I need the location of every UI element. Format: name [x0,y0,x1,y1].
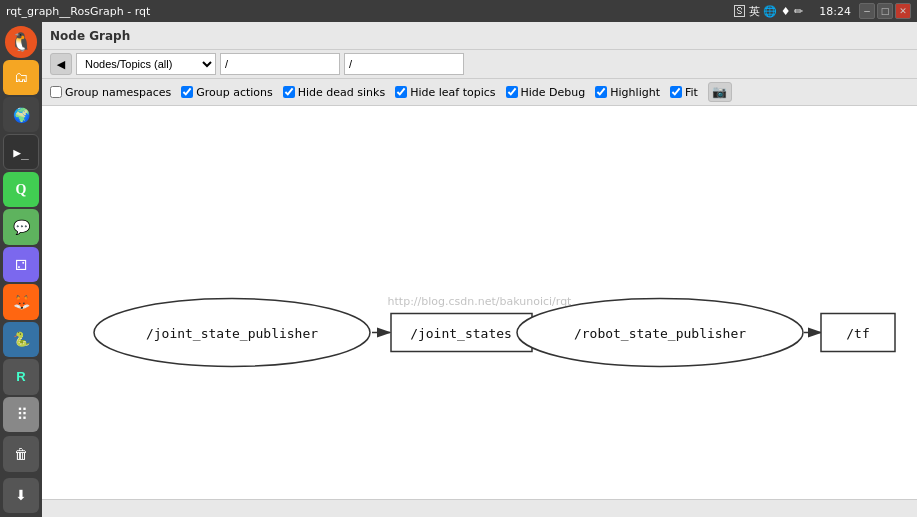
checkbox-row: Group namespaces Group actions Hide dead… [42,79,917,106]
filter1-input[interactable] [220,53,340,75]
rviz-icon[interactable]: R [3,359,39,394]
title-text: rqt_graph__RosGraph - rqt [6,5,150,18]
display-mode-dropdown[interactable]: Nodes only Nodes/Topics (all) Nodes/Topi… [76,53,216,75]
time-display: 18:24 [819,5,851,18]
sidebar: 🐧 🗂 🌍 ▶_ Q 💬 ⚁ 🦊 🐍 R ⠿ 🗑 ⬇ [0,22,42,517]
dots-icon[interactable]: ⠿ [3,397,39,432]
hide-leaf-topics-checkbox[interactable]: Hide leaf topics [395,86,495,99]
graph-area[interactable]: http://blog.csdn.net/bakunoici/rqt /join… [42,106,917,499]
group-actions-checkbox[interactable]: Group actions [181,86,273,99]
main-toolbar: Node Graph [42,22,917,50]
titlebar: rqt_graph__RosGraph - rqt 🅂 英 🌐 ♦ ✏ 18:2… [0,0,917,22]
window-controls: − □ ✕ [859,3,911,19]
qt-icon[interactable]: Q [3,172,39,207]
main-layout: 🐧 🗂 🌍 ▶_ Q 💬 ⚁ 🦊 🐍 R ⠿ 🗑 ⬇ Node Graph ◀ … [0,22,917,517]
chat-icon[interactable]: 💬 [3,209,39,244]
node-tf-label: /tf [846,326,869,341]
statusbar [42,499,917,517]
content-area: Node Graph ◀ Nodes only Nodes/Topics (al… [42,22,917,517]
filter2-input[interactable] [344,53,464,75]
node-joint-states-label: /joint_states [410,326,512,341]
ubuntu-icon[interactable]: 🐧 [5,26,37,58]
fit-checkbox[interactable]: Fit [670,86,698,99]
install-icon[interactable]: ⬇ [3,478,39,513]
group-namespaces-checkbox[interactable]: Group namespaces [50,86,171,99]
browser-icon[interactable]: 🌍 [3,97,39,132]
minimize-button[interactable]: − [859,3,875,19]
close-button[interactable]: ✕ [895,3,911,19]
terminal-icon[interactable]: ▶_ [3,134,39,169]
tray-icons: 🅂 英 🌐 ♦ ✏ [734,4,803,19]
screenshot-button[interactable]: 📷 [708,82,732,102]
highlight-checkbox[interactable]: Highlight [595,86,660,99]
node-joint-state-publisher-label: /joint_state_publisher [146,326,318,341]
node-graph-label: Node Graph [50,29,130,43]
back-button[interactable]: ◀ [50,53,72,75]
files-icon[interactable]: 🗂 [3,60,39,95]
node-robot-state-publisher-label: /robot_state_publisher [574,326,746,341]
graph-svg: /joint_state_publisher /joint_states /ro… [42,106,917,499]
titlebar-right: 🅂 英 🌐 ♦ ✏ 18:24 − □ ✕ [734,3,911,19]
python-icon[interactable]: 🐍 [3,322,39,357]
secondary-toolbar: ◀ Nodes only Nodes/Topics (all) Nodes/To… [42,50,917,79]
firefox-icon[interactable]: 🦊 [3,284,39,319]
trash-icon[interactable]: 🗑 [3,436,39,471]
maximize-button[interactable]: □ [877,3,893,19]
hide-debug-checkbox[interactable]: Hide Debug [506,86,586,99]
calc-icon[interactable]: ⚁ [3,247,39,282]
titlebar-left: rqt_graph__RosGraph - rqt [6,5,150,18]
hide-dead-sinks-checkbox[interactable]: Hide dead sinks [283,86,385,99]
